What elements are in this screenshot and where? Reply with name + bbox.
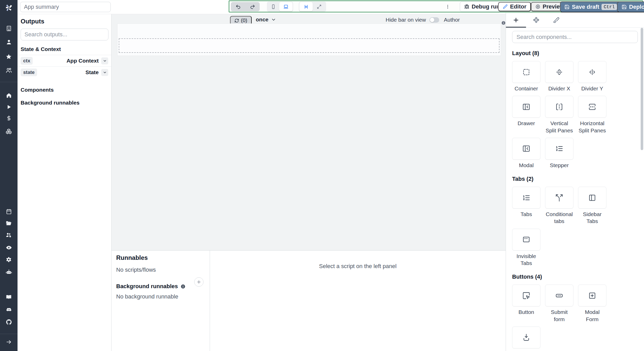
rail-item-schedules[interactable] (3, 206, 14, 217)
output-row-ctx[interactable]: ctx App Context (18, 55, 111, 66)
component-card-divider-y[interactable] (578, 61, 606, 83)
component-card-download-button[interactable] (512, 327, 540, 348)
mobile-view-button[interactable] (267, 2, 279, 11)
background-runnables-header: Background runnables (116, 283, 205, 290)
undo-redo-group (231, 2, 260, 11)
more-menu-button[interactable] (443, 2, 453, 11)
info-icon (181, 284, 185, 289)
rail-item-variables[interactable] (3, 112, 14, 124)
search-components-input[interactable] (512, 31, 638, 43)
chevron-down-icon (103, 59, 107, 63)
app-grid-surface[interactable] (117, 23, 501, 56)
users-icon (6, 67, 12, 73)
tab-theme-styling[interactable] (546, 13, 566, 27)
section-title-layout: Layout (8) (512, 50, 638, 57)
app-summary-input[interactable] (20, 2, 111, 12)
info-icon[interactable] (501, 20, 506, 25)
modal-form-icon (588, 292, 596, 300)
component-card-label: Stepper (545, 162, 573, 169)
editor-preview-group: Editor Preview (498, 2, 569, 12)
rail-item-folders[interactable] (3, 218, 14, 229)
building-icon (6, 25, 12, 31)
fullwidth-canvas-button[interactable] (313, 2, 326, 11)
component-card-tabs[interactable] (512, 187, 540, 209)
hide-bar-toggle[interactable] (429, 17, 439, 23)
runnables-panel: Runnables No scripts/flows Background ru… (112, 250, 506, 351)
toolbar-container: Debug runs Editor Preview (229, 1, 643, 12)
stepper-icon (555, 144, 563, 153)
rail-item-favorites[interactable] (3, 51, 14, 62)
windmill-logo-icon (4, 3, 14, 13)
component-card-drawer[interactable] (512, 96, 540, 118)
component-card-sidebar-tabs[interactable] (578, 187, 606, 209)
home-icon (6, 92, 12, 98)
frequency-dropdown[interactable]: once (256, 16, 276, 23)
rail-item-groups[interactable] (3, 65, 14, 76)
rail-item-workers[interactable] (3, 229, 14, 241)
rail-item-github[interactable] (3, 316, 14, 328)
book-icon (6, 294, 12, 300)
rail-item-user[interactable] (3, 36, 14, 48)
empty-grid-dropzone[interactable] (119, 38, 499, 53)
rail-expand-button[interactable] (3, 336, 14, 348)
component-card-horizontal-split[interactable] (578, 96, 606, 118)
editor-tab-button[interactable]: Editor (498, 2, 531, 11)
paintbrush-icon (553, 17, 560, 23)
device-toggle-group (267, 2, 293, 12)
rail-item-discord[interactable] (3, 304, 14, 315)
tab-component-settings[interactable] (526, 13, 546, 27)
component-icon (533, 17, 539, 23)
rail-item-workspace[interactable] (3, 23, 14, 34)
tab-insert-component[interactable] (506, 13, 526, 27)
rail-item-runs[interactable] (3, 101, 14, 113)
redo-button[interactable] (245, 2, 260, 11)
play-icon (6, 104, 12, 110)
star-icon (6, 54, 12, 60)
component-card-container[interactable] (512, 61, 540, 83)
component-card-label: Divider Y (578, 85, 606, 92)
rail-item-resources[interactable] (3, 126, 14, 137)
expand-state-button[interactable] (101, 69, 108, 76)
outputs-title: Outputs (21, 18, 108, 25)
components-section-title: Components (21, 87, 108, 93)
invisible-tabs-icon (522, 235, 530, 244)
add-background-runnable-button[interactable] (194, 277, 204, 287)
rail-item-audit-logs[interactable] (3, 242, 14, 253)
component-card-label: Conditional tabs (545, 211, 573, 225)
desktop-view-button[interactable] (279, 2, 293, 11)
boxes-icon (6, 128, 12, 134)
arrow-right-icon (6, 339, 12, 345)
hide-bar-control: Hide bar on view (386, 17, 439, 23)
download-icon (522, 333, 530, 341)
rail-item-ai[interactable] (3, 266, 14, 277)
rail-item-docs[interactable] (3, 292, 14, 303)
rail-item-home[interactable] (3, 90, 14, 101)
deploy-button[interactable]: Deploy (617, 2, 644, 12)
component-card-stepper[interactable] (545, 138, 573, 160)
output-row-state[interactable]: state State (18, 66, 111, 78)
windmill-logo[interactable] (3, 2, 14, 13)
component-card-invisible-tabs[interactable] (512, 229, 540, 251)
component-card-label: Modal (512, 162, 540, 169)
rail-item-settings[interactable] (3, 254, 14, 265)
component-card-divider-x[interactable] (545, 61, 573, 83)
plus-icon (196, 279, 201, 285)
section-title-tabs: Tabs (2) (512, 176, 638, 182)
component-card-button[interactable] (512, 285, 540, 306)
search-outputs-input[interactable] (21, 29, 108, 40)
components-panel-scrollbar[interactable] (641, 28, 643, 150)
component-card-vertical-split[interactable] (545, 96, 573, 118)
component-card-modal-form[interactable] (578, 285, 606, 306)
component-card-conditional-tabs[interactable] (545, 187, 573, 209)
deploy-label: Deploy (629, 4, 644, 10)
component-card-modal[interactable] (512, 138, 540, 160)
component-card-label: Sidebar Tabs (578, 211, 606, 225)
expand-ctx-button[interactable] (101, 57, 108, 64)
undo-button[interactable] (231, 2, 245, 11)
drawer-icon (522, 103, 530, 111)
center-canvas-button[interactable] (299, 2, 313, 11)
component-card-label: Drawer (512, 120, 540, 127)
component-card-submit-form[interactable] (545, 285, 573, 306)
components-panel-tabs (506, 13, 644, 28)
state-context-title: State & Context (21, 46, 108, 52)
